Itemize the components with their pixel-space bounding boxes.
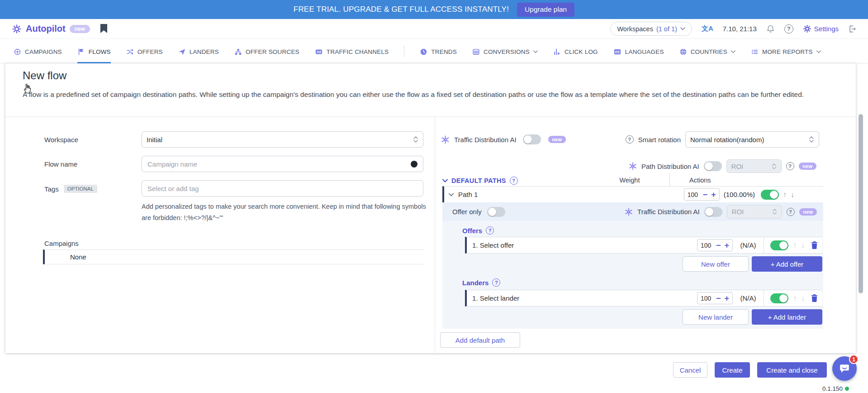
lander-weight-value[interactable]: 100 (701, 295, 712, 302)
nav-divider (404, 45, 404, 57)
minus-button[interactable]: − (716, 241, 721, 249)
create-button[interactable]: Create (715, 362, 750, 378)
path-weight-value[interactable]: 100 (688, 191, 699, 198)
flow-name-input[interactable] (147, 160, 411, 168)
nav-offers[interactable]: OFFERS (126, 39, 163, 63)
trends-icon (420, 48, 427, 56)
path-traffic-ai-help-icon[interactable]: ? (787, 208, 795, 216)
offer-select-label[interactable]: 1. Select offer (472, 241, 514, 249)
logo-text: Autopilot (26, 24, 66, 34)
translate-icon[interactable]: 文A (702, 24, 713, 33)
move-down-icon[interactable]: ↓ (801, 294, 805, 302)
chat-widget-button[interactable]: 1 (832, 356, 857, 381)
path-ai-help-icon[interactable]: ? (786, 162, 794, 170)
notifications-bell-icon[interactable] (766, 24, 775, 34)
nav-countries[interactable]: COUNTRIES (679, 39, 735, 63)
divider (5, 116, 856, 117)
lander-select-label[interactable]: 1. Select lander (472, 294, 519, 302)
traffic-ai-new-badge: new (548, 136, 566, 143)
nav-click-log[interactable]: CLICK LOG (553, 39, 598, 63)
nav-conversions[interactable]: CONVERSIONS (472, 39, 538, 63)
main-nav: CAMPAIGNS FLOWS OFFERS LANDERS (0, 39, 868, 63)
page-title: New flow (23, 69, 66, 82)
plus-button[interactable]: + (724, 294, 729, 302)
lander-enabled-toggle[interactable] (770, 293, 788, 303)
nav-traffic-channels[interactable]: Ad TRAFFIC CHANNELS (315, 39, 389, 63)
logout-icon[interactable] (848, 24, 857, 34)
offer-row: 1. Select offer 100 − + (N/A) ↑ ↓ (465, 237, 822, 254)
move-up-icon[interactable]: ↑ (793, 294, 797, 302)
smart-rotation-help-icon[interactable]: ? (626, 135, 634, 144)
workspace-select-value: Initial (147, 136, 162, 144)
nav-languages[interactable]: A文 LANGUAGES (613, 39, 664, 63)
lander-stat: (N/A) (737, 294, 759, 302)
add-offer-button[interactable]: + Add offer (752, 256, 822, 272)
help-icon[interactable]: ? (784, 24, 793, 34)
app-page: FREE TRIAL. UPGRADE & GET FULL ACCESS IN… (0, 0, 868, 393)
nav-trends[interactable]: TRENDS (420, 39, 457, 63)
offer-enabled-toggle[interactable] (770, 240, 788, 250)
add-default-path-button[interactable]: Add default path (440, 332, 520, 348)
path-traffic-ai-toggle[interactable] (704, 207, 722, 217)
logo[interactable]: Autopilot new (12, 24, 90, 34)
offer-only-toggle[interactable] (487, 207, 505, 217)
flow-name-field-wrap (142, 156, 423, 172)
nav-flows[interactable]: FLOWS (77, 39, 111, 63)
offers-help-icon[interactable]: ? (486, 226, 494, 235)
new-flow-card: New flow A flow is a predefined set of c… (5, 63, 856, 353)
plus-button[interactable]: + (711, 191, 716, 199)
bookmark-icon[interactable] (100, 24, 108, 34)
path-ai-label: Path Distribution AI (641, 163, 699, 170)
datetime-label: 7.10, 21:13 (723, 25, 757, 33)
path-weight-stepper: 100 − + (684, 188, 720, 201)
smart-rotation-row: ? Smart rotation Normal rotation(random) (626, 131, 819, 148)
smart-rotation-label: Smart rotation (638, 136, 681, 144)
plus-button[interactable]: + (724, 241, 729, 249)
flow-name-label: Flow name (44, 160, 77, 168)
new-lander-button[interactable]: New lander (683, 309, 749, 325)
flow-description: A flow is a predefined set of campaign d… (23, 89, 836, 100)
nav-offer-sources[interactable]: OFFER SOURCES (234, 39, 299, 63)
nav-more-reports[interactable]: MORE REPORTS (751, 39, 821, 63)
workspaces-selector[interactable]: Workspaces (1 of 1) (610, 22, 692, 36)
landers-help-icon[interactable]: ? (492, 278, 500, 287)
chevron-down-icon (731, 50, 735, 53)
flow-name-indicator-dot[interactable] (411, 161, 417, 168)
minus-button[interactable]: − (716, 294, 721, 302)
tags-input[interactable] (147, 185, 417, 192)
offer-weight-value[interactable]: 100 (701, 242, 712, 249)
create-and-close-button[interactable]: Create and close (757, 362, 827, 378)
workspaces-label: Workspaces (617, 25, 653, 33)
workspace-select[interactable]: Initial (142, 131, 423, 148)
smart-rotation-select[interactable]: Normal rotation(random) (685, 131, 819, 148)
scrollbar-thumb[interactable] (859, 114, 863, 293)
delete-lander-trash-icon[interactable] (811, 294, 818, 302)
add-lander-button[interactable]: + Add lander (752, 309, 822, 325)
path-ai-toggle[interactable] (704, 161, 722, 171)
traffic-channels-icon: Ad (315, 48, 323, 56)
upgrade-plan-button[interactable]: Upgrade plan (517, 3, 574, 17)
move-up-icon[interactable]: ↑ (793, 241, 797, 249)
settings-link[interactable]: Settings (803, 24, 839, 33)
weight-column-header: Weight (612, 177, 648, 184)
nav-landers[interactable]: LANDERS (178, 39, 219, 63)
actions-column-header: Actions (689, 177, 711, 184)
cancel-button[interactable]: Cancel (673, 362, 707, 378)
move-down-icon[interactable]: ↓ (791, 191, 794, 199)
svg-text:A文: A文 (615, 50, 620, 53)
move-up-icon[interactable]: ↑ (783, 191, 787, 199)
minus-button[interactable]: − (703, 191, 708, 199)
default-paths-help-icon[interactable]: ? (510, 177, 518, 185)
nav-campaigns[interactable]: CAMPAIGNS (14, 39, 62, 63)
path-name[interactable]: Path 1 (458, 191, 478, 198)
move-down-icon[interactable]: ↓ (801, 241, 805, 249)
cell-divider (764, 290, 764, 306)
offer-only-label: Offer only (452, 208, 482, 216)
traffic-ai-toggle[interactable] (523, 134, 541, 144)
gear-icon (803, 24, 811, 33)
delete-offer-trash-icon[interactable] (811, 241, 818, 249)
new-offer-button[interactable]: New offer (683, 256, 749, 272)
path-weight-percent: (100.00%) (724, 191, 755, 198)
paths-header-row: DEFAULT PATHS ? (442, 175, 518, 187)
path-enabled-toggle[interactable] (761, 190, 779, 200)
